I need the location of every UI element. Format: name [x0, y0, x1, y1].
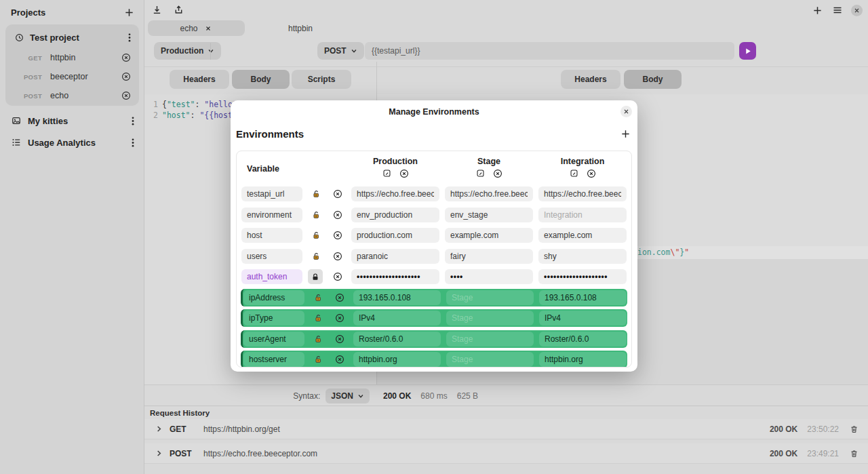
variable-name-input[interactable] [243, 290, 304, 305]
variable-value-input[interactable] [353, 311, 441, 325]
variable-value-input[interactable] [446, 332, 534, 347]
variable-value-input[interactable] [351, 228, 439, 243]
lock-open-icon[interactable] [310, 313, 326, 323]
delete-history-icon[interactable] [850, 424, 859, 434]
variable-value-input[interactable] [353, 352, 441, 367]
variable-value-input[interactable] [539, 290, 627, 305]
remove-variable-icon[interactable] [330, 252, 346, 261]
lock-open-icon[interactable] [308, 252, 324, 261]
remove-variable-icon[interactable] [330, 189, 346, 199]
variable-value-input[interactable] [445, 269, 533, 284]
add-environment-icon[interactable] [619, 127, 632, 140]
edit-environment-icon[interactable] [382, 169, 391, 180]
variable-name-input[interactable] [243, 352, 304, 367]
variable-name-input[interactable] [241, 249, 302, 264]
variable-value-input[interactable] [538, 269, 627, 284]
menu-icon[interactable] [831, 3, 844, 17]
delete-history-icon[interactable] [850, 449, 859, 458]
sidebar-item-httpbin[interactable]: GEThttpbin [12, 48, 132, 67]
lock-open-icon[interactable] [308, 189, 324, 199]
kebab-icon[interactable] [130, 136, 136, 149]
variable-value-input[interactable] [538, 186, 627, 201]
history-row[interactable]: GEThttps://httpbin.org/get200 OK23:50:22 [144, 419, 868, 439]
export-icon[interactable] [172, 3, 185, 16]
project-header[interactable]: Test project [12, 30, 132, 48]
lock-closed-icon[interactable] [308, 269, 323, 284]
variable-value-input[interactable] [539, 311, 627, 325]
syntax-selector[interactable]: JSON [326, 389, 370, 403]
response-tab-body[interactable]: Body [624, 70, 682, 89]
variable-value-input[interactable] [539, 352, 627, 367]
close-app-icon[interactable] [851, 5, 863, 16]
variable-name-input[interactable] [243, 311, 304, 325]
sidebar-item-echo[interactable]: POSTecho [12, 86, 132, 105]
method-selector[interactable]: POST [317, 42, 364, 60]
history-row[interactable]: POSThttps://echo.free.beeceptor.com200 O… [144, 443, 868, 464]
expand-row-icon[interactable] [155, 450, 163, 457]
variable-name-input[interactable] [243, 332, 304, 347]
request-bar: Production POST [144, 42, 868, 61]
delete-environment-icon[interactable] [587, 169, 596, 180]
delete-environment-icon[interactable] [493, 169, 502, 180]
remove-variable-icon[interactable] [332, 334, 348, 344]
remove-request-icon[interactable] [120, 52, 132, 64]
variable-value-input[interactable] [446, 352, 534, 367]
remove-variable-icon[interactable] [332, 313, 348, 323]
variable-value-input[interactable] [351, 208, 439, 222]
sidebar-item-usage-analytics[interactable]: Usage Analytics [0, 132, 144, 153]
kebab-icon[interactable] [130, 115, 136, 127]
delete-environment-icon[interactable] [399, 169, 409, 180]
edit-environment-icon[interactable] [570, 169, 578, 180]
variable-value-input[interactable] [445, 228, 533, 243]
remove-variable-icon[interactable] [330, 210, 346, 220]
tab-httpbin[interactable]: httpbin [270, 20, 331, 36]
variable-name-input[interactable] [241, 269, 302, 284]
environment-selector[interactable]: Production [154, 42, 221, 60]
remove-request-icon[interactable] [120, 90, 132, 102]
variable-value-input[interactable] [445, 208, 533, 222]
remove-request-icon[interactable] [120, 71, 132, 83]
variable-value-input[interactable] [351, 269, 439, 284]
remove-variable-icon[interactable] [332, 355, 348, 364]
project-kebab-icon[interactable] [127, 31, 132, 44]
variable-value-input[interactable] [538, 249, 627, 264]
lock-open-icon[interactable] [308, 210, 324, 220]
expand-row-icon[interactable] [155, 425, 163, 433]
variable-name-input[interactable] [241, 186, 302, 201]
variable-value-input[interactable] [446, 311, 534, 325]
tab-echo[interactable]: echo [148, 20, 245, 36]
response-tab-headers[interactable]: Headers [561, 70, 620, 89]
variable-value-input[interactable] [538, 208, 627, 222]
variable-name-input[interactable] [241, 228, 302, 243]
url-input[interactable] [365, 42, 734, 60]
modal-close-icon[interactable] [620, 106, 632, 117]
request-tab-scripts[interactable]: Scripts [292, 70, 351, 89]
variable-value-input[interactable] [351, 249, 439, 264]
download-icon[interactable] [151, 3, 163, 16]
variable-value-input[interactable] [445, 249, 533, 264]
remove-variable-icon[interactable] [330, 231, 346, 240]
variable-value-input[interactable] [446, 290, 534, 305]
variable-value-input[interactable] [353, 332, 441, 347]
lock-open-icon[interactable] [310, 293, 326, 302]
variable-name-input[interactable] [241, 208, 302, 222]
remove-variable-icon[interactable] [332, 293, 348, 302]
variable-value-input[interactable] [351, 186, 439, 201]
lock-open-icon[interactable] [310, 355, 326, 364]
add-tab-icon[interactable] [811, 4, 824, 17]
sidebar-item-beeceptor[interactable]: POSTbeeceptor [12, 67, 132, 86]
variable-value-input[interactable] [445, 186, 533, 201]
remove-variable-icon[interactable] [330, 272, 346, 281]
send-request-button[interactable] [739, 42, 756, 60]
request-tab-headers[interactable]: Headers [170, 70, 229, 89]
close-tab-icon[interactable] [203, 24, 213, 33]
request-tab-body[interactable]: Body [232, 70, 290, 89]
sidebar-item-my-kitties[interactable]: My kitties [0, 111, 144, 131]
lock-open-icon[interactable] [310, 334, 326, 344]
add-project-icon[interactable] [123, 6, 136, 19]
lock-open-icon[interactable] [308, 231, 324, 240]
variable-value-input[interactable] [539, 332, 627, 347]
edit-environment-icon[interactable] [476, 169, 485, 180]
variable-value-input[interactable] [538, 228, 627, 243]
variable-value-input[interactable] [353, 290, 441, 305]
